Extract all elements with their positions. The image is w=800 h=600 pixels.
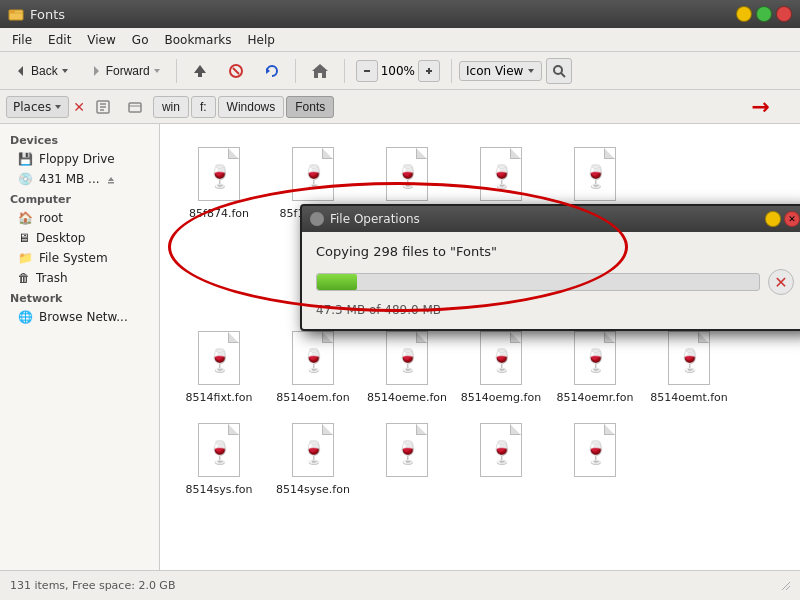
search-button[interactable]	[546, 58, 572, 84]
file-icon: 🍷	[477, 420, 525, 480]
reload-button[interactable]	[256, 59, 288, 83]
svg-rect-26	[108, 182, 114, 184]
up-icon	[192, 63, 208, 79]
up-button[interactable]	[184, 59, 216, 83]
close-places-button[interactable]: ✕	[73, 99, 85, 115]
file-item[interactable]: 🍷 8514oemg.fon	[456, 322, 546, 410]
svg-line-27	[782, 582, 790, 590]
svg-marker-15	[528, 69, 534, 73]
view-selector[interactable]: Icon View	[459, 61, 542, 81]
desktop-icon: 🖥	[18, 231, 30, 245]
file-operations-dialog[interactable]: File Operations ✕ Copying 298 files to "…	[300, 204, 800, 331]
sidebar: Devices 💾 Floppy Drive 💿 431 MB ... Comp…	[0, 124, 160, 570]
svg-marker-2	[18, 66, 23, 76]
dialog-close-button[interactable]: ✕	[784, 211, 800, 227]
menu-go[interactable]: Go	[124, 31, 157, 49]
file-item[interactable]: 🍷 8514oem.fon	[268, 322, 358, 410]
dialog-title-bar: File Operations ✕	[302, 206, 800, 232]
sidebar-item-root[interactable]: 🏠 root	[0, 208, 159, 228]
chevron-down-icon	[61, 67, 69, 75]
crumb-windows[interactable]: Windows	[218, 96, 285, 118]
file-icon: 🍷	[289, 420, 337, 480]
menu-help[interactable]: Help	[240, 31, 283, 49]
forward-icon	[89, 64, 103, 78]
file-item[interactable]: 🍷 85f874.fon	[174, 138, 264, 226]
svg-line-9	[233, 68, 239, 74]
reload-icon	[264, 63, 280, 79]
zoom-value: 100%	[381, 64, 415, 78]
dialog-message: Copying 298 files to "Fonts"	[316, 244, 794, 259]
sidebar-section-devices: Devices	[0, 130, 159, 149]
file-item[interactable]: 🍷 8514fixt.fon	[174, 322, 264, 410]
file-icon: 🍷	[571, 144, 619, 204]
home-icon: 🏠	[18, 211, 33, 225]
places-button[interactable]: Places	[6, 96, 69, 118]
dropdown-icon	[527, 67, 535, 75]
svg-line-28	[786, 586, 790, 590]
sidebar-item-browse-network[interactable]: 🌐 Browse Netw...	[0, 307, 159, 327]
file-icon: 🍷	[665, 328, 713, 388]
file-icon: 🍷	[289, 144, 337, 204]
title-bar: Fonts	[0, 0, 800, 28]
file-item[interactable]: 🍷 8514oemr.fon	[550, 322, 640, 410]
file-item[interactable]: 🍷 8514oemt.fon	[644, 322, 734, 410]
filesystem-icon: 📁	[18, 251, 33, 265]
dialog-title: File Operations	[330, 212, 765, 226]
menu-edit[interactable]: Edit	[40, 31, 79, 49]
file-icon: 🍷	[571, 420, 619, 480]
svg-point-16	[554, 66, 562, 74]
sidebar-section-network: Network	[0, 288, 159, 307]
file-item[interactable]: 🍷 8514oeme.fon	[362, 322, 452, 410]
sidebar-item-431mb[interactable]: 💿 431 MB ...	[0, 169, 159, 189]
edit-bookmarks-button[interactable]	[89, 95, 117, 119]
sidebar-item-floppy[interactable]: 💾 Floppy Drive	[0, 149, 159, 169]
crumb-fonts[interactable]: Fonts	[286, 96, 334, 118]
forward-button[interactable]: Forward	[81, 60, 169, 82]
zoom-out-button[interactable]	[356, 60, 378, 82]
breadcrumb-bar: Places ✕ win f: Windows Fonts →	[0, 90, 800, 124]
minimize-button[interactable]	[736, 6, 752, 22]
separator-4	[451, 59, 452, 83]
file-item[interactable]: 🍷 8514syse.fon	[268, 414, 358, 502]
file-item[interactable]: 🍷	[456, 414, 546, 502]
separator-1	[176, 59, 177, 83]
sidebar-item-trash[interactable]: 🗑 Trash	[0, 268, 159, 288]
annotation-arrow: →	[752, 94, 770, 119]
places-dropdown-icon	[54, 103, 62, 111]
cancel-operation-button[interactable]: ✕	[768, 269, 794, 295]
edit-icon	[95, 99, 111, 115]
file-item[interactable]: 🍷	[550, 414, 640, 502]
disc-icon: 💿	[18, 172, 33, 186]
sidebar-section-computer: Computer	[0, 189, 159, 208]
status-info: 131 items, Free space: 2.0 GB	[10, 579, 175, 592]
menu-bookmarks[interactable]: Bookmarks	[156, 31, 239, 49]
file-icon: 🍷	[383, 144, 431, 204]
sidebar-item-desktop[interactable]: 🖥 Desktop	[0, 228, 159, 248]
sidebar-item-filesystem[interactable]: 📁 File System	[0, 248, 159, 268]
dialog-minimize-button[interactable]	[765, 211, 781, 227]
back-icon	[14, 64, 28, 78]
zoom-in-button[interactable]	[418, 60, 440, 82]
file-item[interactable]: 🍷	[362, 414, 452, 502]
window-title: Fonts	[30, 7, 736, 22]
menu-view[interactable]: View	[79, 31, 123, 49]
separator-2	[295, 59, 296, 83]
open-location-button[interactable]	[121, 95, 149, 119]
crumb-f[interactable]: f:	[191, 96, 216, 118]
svg-marker-3	[62, 69, 68, 73]
menu-file[interactable]: File	[4, 31, 40, 49]
dialog-controls: ✕	[765, 211, 800, 227]
maximize-button[interactable]	[756, 6, 772, 22]
home-button[interactable]	[303, 59, 337, 83]
back-button[interactable]: Back	[6, 60, 77, 82]
svg-rect-1	[9, 10, 15, 13]
file-icon: 🍷	[195, 328, 243, 388]
crumb-win[interactable]: win	[153, 96, 189, 118]
svg-marker-6	[194, 65, 206, 73]
close-button[interactable]	[776, 6, 792, 22]
chevron-down-icon2	[153, 67, 161, 75]
file-item[interactable]: 🍷 8514sys.fon	[174, 414, 264, 502]
stop-button[interactable]	[220, 59, 252, 83]
toolbar: Back Forward 100%	[0, 52, 800, 90]
progress-bar-background	[316, 273, 760, 291]
